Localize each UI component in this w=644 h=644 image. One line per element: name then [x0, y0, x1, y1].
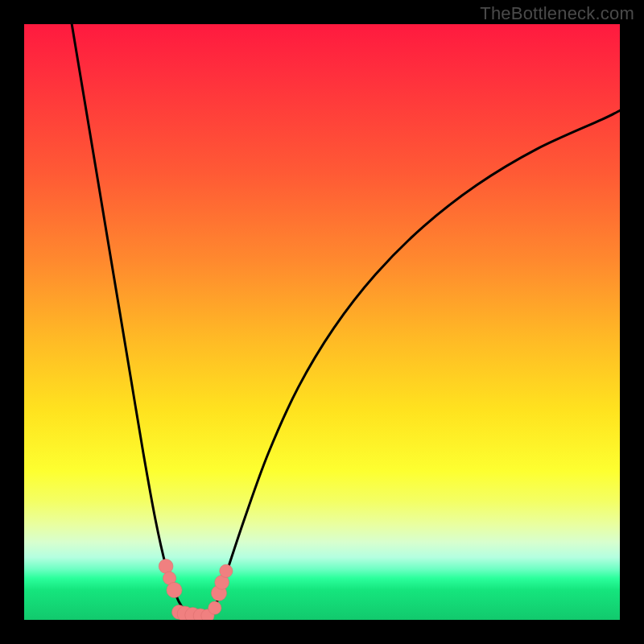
- marker-dot: [167, 582, 182, 597]
- plot-area: [24, 24, 620, 620]
- marker-dot: [220, 564, 233, 577]
- curve-layer: [24, 24, 620, 620]
- bottleneck-curve: [72, 24, 620, 617]
- curve-left-branch: [72, 24, 191, 617]
- chart-frame: TheBottleneck.com: [0, 0, 644, 644]
- marker-dot: [208, 601, 221, 614]
- marker-dot: [159, 559, 173, 574]
- curve-right-branch: [208, 110, 620, 617]
- data-markers: [159, 559, 233, 620]
- watermark-text: TheBottleneck.com: [480, 3, 634, 24]
